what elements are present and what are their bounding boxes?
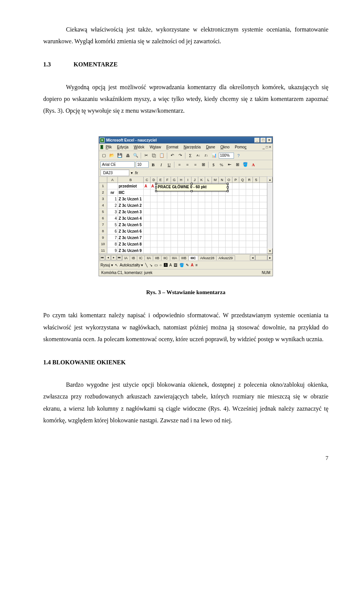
cell[interactable] bbox=[226, 235, 232, 241]
cell[interactable] bbox=[232, 209, 239, 215]
cell[interactable] bbox=[198, 209, 205, 215]
cell[interactable] bbox=[171, 196, 178, 202]
row-header[interactable]: 5 bbox=[99, 209, 107, 215]
spreadsheet-grid[interactable]: A B C D E F G H I J K L M N O P Q bbox=[99, 177, 273, 254]
cell[interactable] bbox=[185, 196, 191, 202]
cell[interactable] bbox=[191, 241, 198, 247]
cell[interactable] bbox=[198, 235, 205, 241]
cell[interactable] bbox=[185, 222, 191, 228]
cell[interactable] bbox=[191, 196, 198, 202]
cell[interactable] bbox=[232, 215, 239, 221]
cell[interactable] bbox=[219, 235, 226, 241]
close-button[interactable]: × bbox=[267, 138, 272, 143]
cell[interactable] bbox=[164, 235, 171, 241]
cell[interactable] bbox=[232, 235, 239, 241]
cell[interactable] bbox=[171, 222, 178, 228]
menu-pomoc[interactable]: Pomoc bbox=[232, 144, 249, 150]
cell[interactable] bbox=[157, 247, 164, 254]
cell[interactable] bbox=[219, 241, 226, 247]
col-header[interactable]: N bbox=[219, 177, 226, 183]
cell[interactable] bbox=[239, 222, 246, 228]
col-header[interactable]: G bbox=[171, 177, 178, 183]
cell[interactable] bbox=[246, 228, 253, 234]
cell[interactable] bbox=[185, 247, 191, 254]
cell[interactable] bbox=[239, 228, 246, 234]
textbox-icon[interactable]: 🅰 bbox=[164, 263, 168, 267]
preview-icon[interactable]: 🔍 bbox=[132, 152, 139, 159]
menu-wstaw[interactable]: Wstaw bbox=[147, 144, 164, 150]
cell[interactable] bbox=[253, 189, 260, 195]
sort-asc-icon[interactable]: A↓ bbox=[195, 152, 202, 159]
tab-nav-last-icon[interactable]: ⏭ bbox=[117, 255, 122, 260]
percent-icon[interactable]: % bbox=[218, 161, 225, 168]
cell[interactable] bbox=[144, 209, 151, 215]
row-header[interactable]: 2 bbox=[99, 189, 107, 195]
row-header[interactable]: 8 bbox=[99, 228, 107, 234]
font-color-draw-icon[interactable]: A bbox=[191, 263, 193, 267]
menu-plik[interactable]: Plik bbox=[103, 144, 115, 150]
cell[interactable] bbox=[232, 241, 239, 247]
hscroll-left-icon[interactable]: ◂ bbox=[250, 255, 255, 260]
col-header[interactable]: L bbox=[205, 177, 212, 183]
cell[interactable] bbox=[226, 196, 232, 202]
cell[interactable] bbox=[164, 215, 171, 221]
row-header[interactable]: 6 bbox=[99, 215, 107, 221]
table-row[interactable]: 75Z 3c Uczeń 5 bbox=[99, 222, 267, 228]
cell[interactable] bbox=[212, 215, 219, 221]
col-header[interactable]: B bbox=[118, 177, 144, 183]
cell[interactable] bbox=[171, 235, 178, 241]
cell[interactable] bbox=[164, 241, 171, 247]
merge-icon[interactable]: ⊞ bbox=[200, 161, 207, 168]
cut-icon[interactable]: ✂ bbox=[143, 152, 149, 159]
sheet-tab[interactable]: IC bbox=[137, 255, 145, 260]
table-row[interactable]: 42Z 3c Uczeń 2 bbox=[99, 202, 267, 209]
undo-icon[interactable]: ↶ bbox=[169, 152, 176, 159]
redo-icon[interactable]: ↷ bbox=[177, 152, 184, 159]
cell[interactable] bbox=[239, 235, 246, 241]
col-header[interactable]: S bbox=[253, 177, 260, 183]
sheet-tab[interactable]: IB bbox=[130, 255, 138, 260]
cell[interactable] bbox=[191, 235, 198, 241]
row-header[interactable]: 10 bbox=[99, 241, 107, 247]
cell[interactable] bbox=[157, 215, 164, 221]
cell[interactable] bbox=[151, 196, 157, 202]
cell[interactable]: przedmiot bbox=[118, 183, 144, 189]
col-header[interactable]: D bbox=[151, 177, 157, 183]
cell[interactable]: A bbox=[144, 183, 151, 189]
cell[interactable]: 4 bbox=[107, 215, 118, 221]
tab-nav-next-icon[interactable]: ▸ bbox=[111, 255, 116, 260]
cell[interactable] bbox=[191, 222, 198, 228]
cell[interactable] bbox=[246, 183, 253, 189]
name-box[interactable]: DA23 bbox=[100, 170, 129, 176]
cell[interactable] bbox=[144, 202, 151, 208]
cell[interactable] bbox=[151, 241, 157, 247]
cell[interactable] bbox=[246, 209, 253, 215]
font-size-input[interactable]: 10 bbox=[136, 161, 149, 168]
cell[interactable] bbox=[198, 228, 205, 234]
font-name-input[interactable]: Arial CE bbox=[100, 161, 135, 168]
cell[interactable] bbox=[205, 241, 212, 247]
vertical-scrollbar[interactable]: ▴ ▾ bbox=[267, 177, 273, 254]
draw-menu[interactable]: Rysuj ▾ bbox=[100, 263, 113, 267]
zoom-input[interactable]: 100% bbox=[219, 153, 234, 159]
cell[interactable] bbox=[191, 209, 198, 215]
oval-icon[interactable]: ○ bbox=[160, 263, 162, 267]
cell[interactable] bbox=[212, 196, 219, 202]
cell[interactable] bbox=[246, 196, 253, 202]
open-icon[interactable]: 📂 bbox=[108, 152, 115, 159]
menu-widok[interactable]: Widok bbox=[131, 144, 147, 150]
cell[interactable] bbox=[226, 202, 232, 208]
table-row[interactable]: 86Z 3c Uczeń 6 bbox=[99, 228, 267, 235]
sheet-tab[interactable]: IIC bbox=[161, 255, 170, 260]
minimize-button[interactable]: _ bbox=[254, 138, 260, 143]
cell[interactable] bbox=[144, 196, 151, 202]
cell[interactable] bbox=[191, 215, 198, 221]
cell[interactable]: Z 3c Uczeń 2 bbox=[118, 202, 144, 208]
tab-nav-first-icon[interactable]: ⏮ bbox=[100, 255, 105, 260]
print-icon[interactable]: 🖶 bbox=[124, 152, 131, 159]
cell[interactable] bbox=[232, 202, 239, 208]
cell[interactable]: 9 bbox=[107, 247, 118, 254]
cell[interactable] bbox=[178, 196, 185, 202]
cell[interactable] bbox=[212, 235, 219, 241]
row-header[interactable]: 1 bbox=[99, 183, 107, 189]
